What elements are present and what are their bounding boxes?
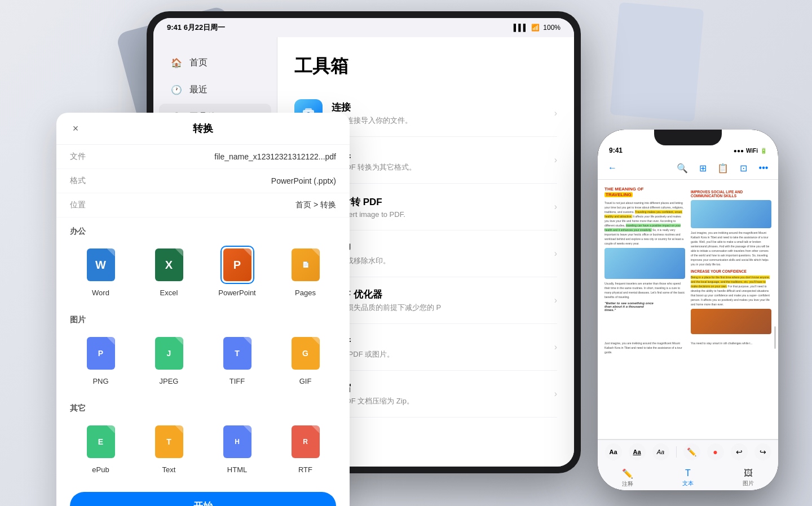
format-word[interactable]: W Word [70, 246, 131, 297]
annotation-btn-1[interactable]: Aa [605, 443, 622, 460]
format-html[interactable]: H HTML [206, 423, 268, 474]
annotation-bar: Aa Aa Aa ✏️ ● ↩ ↪ [598, 440, 778, 464]
img2pdf-arrow: › [554, 202, 557, 212]
iphone-notch [654, 130, 722, 145]
watermark-arrow: › [554, 248, 557, 259]
png-icon: P [84, 334, 118, 372]
layout-button[interactable]: ⊡ [735, 160, 751, 176]
excel-label: Excel [160, 288, 178, 297]
optimizer-text: PDF 优化器 在不损失品质的前提下减少您的 P [332, 288, 554, 313]
pen-btn[interactable]: ✏️ [683, 443, 700, 460]
doc-title-section: THE MEANING OFTRAVELING [604, 187, 685, 198]
tab-image[interactable]: 🖼 图片 [743, 468, 754, 488]
format-epub[interactable]: E ePub [70, 423, 131, 474]
doc-text-right: Just imagine, you are trekking around th… [691, 230, 771, 267]
doc-section-confidence: INCREASE YOUR CONFIDENCE [691, 269, 771, 273]
gif-letter: G [302, 349, 308, 358]
undo-icon: ↩ [736, 447, 743, 456]
format-jpeg[interactable]: J JPEG [138, 334, 200, 385]
search-button[interactable]: 🔍 [674, 160, 690, 176]
format-excel[interactable]: X Excel [138, 246, 200, 297]
convert-arrow: › [554, 155, 557, 165]
pages-label: Pages [295, 288, 316, 297]
format-png[interactable]: P PNG [70, 334, 131, 385]
doc-columns: THE MEANING OFTRAVELING Travel is not ju… [604, 187, 771, 336]
redo-btn[interactable]: ↪ [754, 443, 771, 460]
iphone-bottom-bar: Aa Aa Aa ✏️ ● ↩ ↪ [598, 439, 778, 490]
home-icon: 🏠 [170, 56, 183, 69]
word-dogear [107, 248, 115, 256]
highlight-btn[interactable]: ● [707, 443, 724, 460]
convert-text: 转换 将 PDF 转换为其它格式。 [332, 148, 554, 172]
word-icon: W [84, 246, 118, 284]
start-button[interactable]: 开始 [70, 492, 336, 506]
format-tiff[interactable]: T TIFF [206, 334, 268, 385]
sidebar-item-recent[interactable]: 🕐 最近 [159, 77, 271, 103]
epub-letter: E [98, 437, 103, 446]
format-text[interactable]: T Text [138, 423, 200, 474]
gif-label: GIF [299, 377, 312, 385]
doc-image-1 [604, 248, 685, 279]
png-dogear [107, 337, 115, 345]
annotation-btn-2[interactable]: Aa [629, 443, 646, 460]
clipboard-button[interactable]: 📋 [715, 160, 731, 176]
merge-text: 合并 合并 PDF 或图片。 [332, 335, 554, 359]
format-label: 格式 [70, 176, 86, 186]
word-letter: W [95, 259, 106, 272]
location-info-row: 位置 首页 > 转换 [56, 193, 350, 218]
merge-title: 合并 [332, 335, 554, 348]
img2pdf-text: 图片转 PDF Convert image to PDF. [332, 196, 554, 219]
toolbar-icons: 🔍 ⊞ 📋 ⊡ ••• [674, 160, 771, 176]
svg-rect-1 [305, 108, 312, 111]
undo-btn[interactable]: ↩ [731, 443, 748, 460]
text-highlight-1: Traveling makes you confident, smart, he… [604, 210, 682, 218]
convert-title: 转换 [332, 148, 554, 161]
text-icon: T [152, 423, 186, 461]
format-value: PowerPoint (.pptx) [271, 176, 336, 185]
close-button[interactable]: × [68, 121, 83, 136]
connect-text: 连接 通过连接导入你的文件。 [332, 101, 554, 126]
format-gif[interactable]: G GIF [275, 334, 336, 385]
ppt-icon: P [220, 246, 254, 284]
more-button[interactable]: ••• [756, 160, 771, 176]
text-highlight-3: Being in a place for the first time wher… [691, 276, 770, 288]
jpeg-icon: J [152, 334, 186, 372]
iphone-status-icons: ●●● WiFi 🔋 [734, 148, 767, 154]
doc-text-intro: Travel is not just about roaming into di… [604, 201, 685, 246]
watermark-text: 水印 添加或移除水印。 [332, 241, 554, 266]
excel-letter: X [165, 259, 173, 272]
jpeg-label: JPEG [160, 377, 179, 385]
image-section-title: 图片 [56, 306, 350, 330]
pages-icon: 📄 [289, 246, 323, 284]
jpeg-letter: J [167, 349, 171, 358]
text-letter: T [166, 437, 171, 446]
text-highlight-2: traveling can have a positive impact on … [604, 224, 681, 232]
compress-desc: 将 PDF 文档压缩为 Zip。 [332, 396, 554, 406]
doc-section-improves: IMPROVES SOCIAL LIFE ANDCOMMUNICATION SK… [691, 190, 771, 198]
other-section-title: 其它 [56, 394, 350, 418]
format-rtf[interactable]: R RTF [275, 423, 336, 474]
back-button[interactable]: ← [604, 160, 620, 176]
image-format-grid: P PNG J JPEG T TIFF [56, 330, 350, 394]
sidebar-home-label: 首页 [189, 57, 208, 69]
image-tab-icon: 🖼 [744, 468, 753, 478]
tab-text[interactable]: T 文本 [682, 468, 694, 488]
text-label: Text [162, 465, 176, 474]
annotation-btn-3[interactable]: Aa [652, 443, 669, 460]
iphone-signal-icon: ●●● [734, 148, 744, 154]
close-icon: × [73, 123, 79, 135]
scroll-indicator [774, 326, 776, 349]
merge-arrow: › [554, 342, 557, 352]
format-pages[interactable]: 📄 Pages [275, 246, 336, 297]
ppt-letter: P [233, 259, 241, 272]
format-ppt[interactable]: P PowerPoint [206, 246, 268, 297]
grid-button[interactable]: ⊞ [695, 160, 710, 176]
sidebar-item-home[interactable]: 🏠 首页 [159, 50, 271, 76]
ipad-status-icons: ▌▌▌ 📶 100% [514, 24, 561, 32]
office-section-title: 办公 [56, 218, 350, 241]
tab-annotation[interactable]: ✏️ 注释 [622, 468, 633, 488]
toolbox-title: 工具箱 [294, 54, 557, 79]
location-value: 首页 > 转换 [295, 200, 336, 210]
compress-title: 压缩 [332, 381, 554, 394]
ppt-label: PowerPoint [218, 288, 255, 297]
